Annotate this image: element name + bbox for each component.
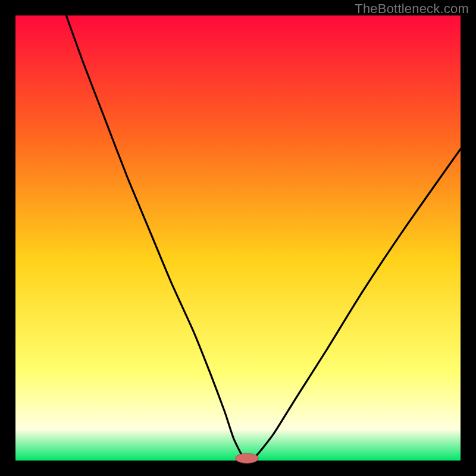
watermark-label: TheBottleneck.com: [355, 1, 469, 17]
plot-background: [15, 15, 461, 461]
bottleneck-chart: [0, 0, 476, 476]
curve-minimum-marker: [236, 453, 259, 463]
chart-stage: TheBottleneck.com: [0, 0, 476, 476]
